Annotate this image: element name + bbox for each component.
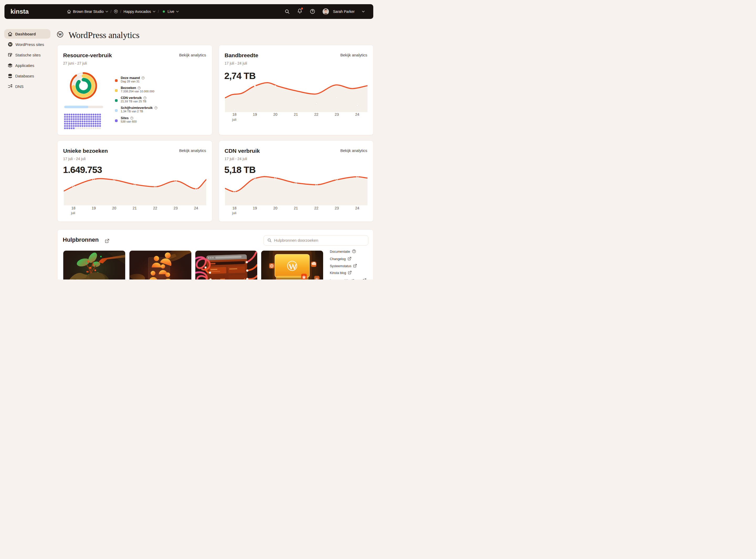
svg-text:W: W xyxy=(58,32,62,37)
svg-text:3D: 3D xyxy=(315,277,318,280)
svg-text:W: W xyxy=(9,43,12,46)
svg-text:W: W xyxy=(115,10,117,13)
